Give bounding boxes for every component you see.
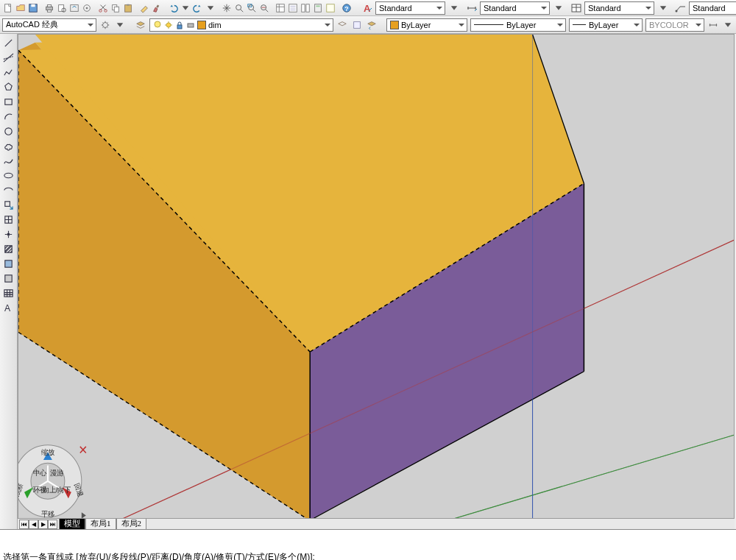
command-line[interactable]: 选择第一条直线或 [放弃(U)/多段线(P)/距离(D)/角度(A)/修剪(T)… [0, 529, 736, 560]
markup-icon[interactable] [325, 1, 336, 15]
save-icon[interactable] [27, 1, 39, 15]
props-icon[interactable] [275, 1, 286, 15]
region-tool[interactable] [1, 272, 16, 286]
bulb-icon [153, 21, 162, 29]
layer-tool-icon[interactable] [336, 18, 348, 32]
dropdown-icon[interactable] [722, 18, 734, 32]
tool-palette-icon[interactable] [300, 1, 311, 15]
tab-model[interactable]: 模型 [59, 519, 85, 530]
svg-point-33 [676, 10, 678, 12]
svg-text:A: A [4, 303, 11, 313]
polyline-tool[interactable] [1, 65, 16, 79]
dropdown-icon[interactable] [114, 18, 126, 32]
brush-icon[interactable] [151, 1, 163, 15]
lineweight-select[interactable]: ByLayer [569, 18, 643, 32]
svg-rect-37 [177, 25, 182, 29]
svg-rect-22 [277, 4, 285, 12]
layer-manage-icon[interactable] [135, 18, 146, 32]
preview-icon[interactable] [56, 1, 68, 15]
svg-rect-16 [127, 4, 130, 5]
linetype-select[interactable]: ByLayer [470, 18, 566, 32]
dropdown-icon[interactable] [180, 1, 191, 15]
gear-icon[interactable] [99, 18, 111, 32]
redo-icon[interactable] [192, 1, 204, 15]
cut-icon[interactable] [97, 1, 109, 15]
copy-icon[interactable] [110, 1, 121, 15]
tab-next-icon[interactable]: ▶ [38, 520, 48, 529]
text-style-select[interactable]: Standard [375, 1, 445, 15]
text-style-icon[interactable]: A [361, 2, 373, 14]
zoom-window-icon[interactable] [246, 1, 258, 15]
layer-states-icon[interactable] [351, 18, 363, 32]
dim-linear-icon[interactable] [707, 18, 719, 32]
tab-first-icon[interactable]: ⏮ [19, 520, 29, 529]
point-tool[interactable] [1, 227, 16, 241]
plotstyle-select[interactable]: BYCOLOR [645, 18, 704, 32]
tab-layout1[interactable]: 布局1 [85, 519, 116, 530]
sheet-icon[interactable] [287, 1, 299, 15]
hatch-tool[interactable] [1, 242, 16, 256]
publish-icon[interactable] [68, 1, 80, 15]
svg-rect-14 [114, 7, 118, 12]
layer-select[interactable]: dim [149, 18, 333, 32]
table-style-select[interactable]: Standard [584, 1, 654, 15]
dim-style-icon[interactable] [466, 2, 478, 14]
table-style-value: Standard [588, 4, 621, 13]
ellipse-tool[interactable] [1, 169, 16, 182]
circle-tool[interactable] [1, 124, 16, 138]
tab-prev-icon[interactable]: ◀ [29, 520, 38, 529]
model-viewport[interactable]: 缩放 回退 平移 动态观察 中心 漫游 环视 向上/向下 [18, 34, 735, 521]
zoom-icon[interactable] [233, 1, 245, 15]
pan-icon[interactable] [221, 1, 233, 15]
text-style-box: A Standard [361, 1, 461, 15]
dim-style-value: Standard [484, 4, 517, 13]
dropdown-icon[interactable] [205, 1, 216, 15]
color-select[interactable]: ByLayer [386, 18, 467, 32]
block-tool[interactable] [1, 213, 16, 227]
undo-icon[interactable] [167, 1, 179, 15]
svg-point-45 [7, 233, 10, 235]
svg-rect-5 [47, 10, 51, 12]
revcloud-tool[interactable] [1, 139, 16, 153]
mleader-style-select[interactable]: Standard [689, 1, 736, 15]
paste-icon[interactable] [122, 1, 134, 15]
svg-rect-47 [5, 260, 12, 267]
table-tool[interactable] [1, 286, 16, 300]
polygon-tool[interactable] [1, 80, 16, 94]
open-icon[interactable] [15, 1, 26, 15]
workspace-select[interactable]: AutoCAD 经典 [2, 18, 96, 32]
line-tool[interactable] [1, 36, 16, 50]
svg-point-41 [5, 128, 12, 135]
tab-last-icon[interactable]: ⏭ [48, 520, 57, 529]
svg-rect-49 [4, 290, 13, 297]
print-icon[interactable] [43, 1, 55, 15]
dropdown-icon[interactable] [447, 1, 461, 15]
xline-tool[interactable] [1, 51, 16, 65]
svg-rect-26 [315, 4, 322, 12]
svg-rect-40 [5, 99, 12, 105]
layer-prev-icon[interactable] [366, 18, 378, 32]
svg-rect-39 [354, 21, 361, 28]
plot-icon [186, 21, 195, 29]
new-icon[interactable] [2, 1, 14, 15]
layer-color-swatch [197, 21, 206, 29]
dropdown-icon[interactable] [657, 1, 670, 15]
calc-icon[interactable] [312, 1, 324, 15]
table-style-icon[interactable] [570, 2, 582, 14]
mtext-tool[interactable]: A [1, 301, 16, 315]
gradient-tool[interactable] [1, 257, 16, 271]
tool-icon[interactable] [81, 1, 93, 15]
arc-tool[interactable] [1, 110, 16, 124]
dropdown-icon[interactable] [552, 1, 565, 15]
rectangle-tool[interactable] [1, 95, 16, 109]
ellipse-arc-tool[interactable] [1, 183, 16, 197]
tab-layout2[interactable]: 布局2 [116, 519, 147, 530]
zoom-prev-icon[interactable] [258, 1, 270, 15]
match-icon[interactable] [138, 1, 150, 15]
mleader-style-icon[interactable] [675, 2, 687, 14]
help-icon[interactable]: ? [341, 1, 353, 15]
dim-style-select[interactable]: Standard [480, 1, 550, 15]
insert-tool[interactable] [1, 198, 16, 212]
spline-tool[interactable] [1, 154, 16, 168]
svg-rect-28 [327, 4, 335, 12]
